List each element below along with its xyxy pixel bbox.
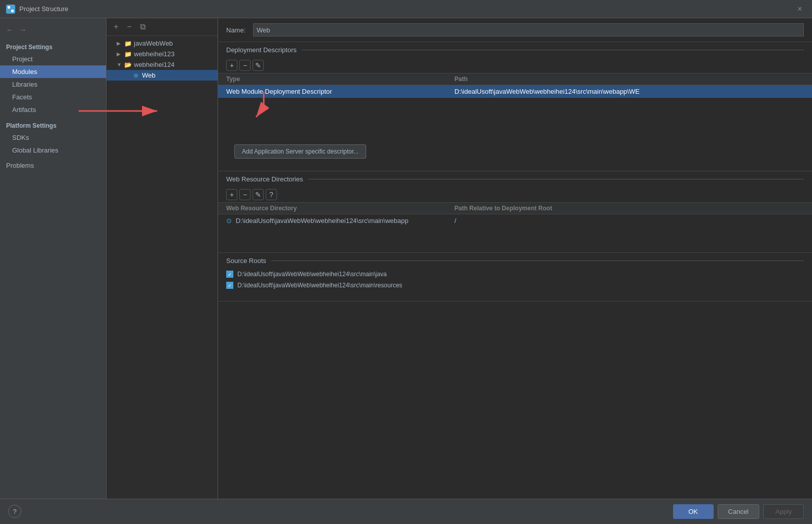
folder-icon: 📁 (124, 40, 132, 47)
tree-item-webheihei124[interactable]: ▼ 📂 webheihei124 (107, 59, 218, 70)
svg-rect-2 (8, 10, 10, 12)
checkmark: ✓ (228, 283, 232, 288)
back-button[interactable]: ← (4, 24, 15, 35)
sidebar-item-modules[interactable]: Modules (0, 65, 106, 78)
module-tree-panel: + − ⧉ ▶ 📁 javaWebWeb ▶ 📁 webheihei123 ▼ … (107, 18, 218, 499)
expand-icon (125, 72, 130, 78)
tree-toolbar: + − ⧉ (107, 18, 218, 36)
svg-rect-3 (11, 10, 14, 12)
apply-button[interactable]: Apply (763, 504, 804, 519)
web-resource-help-button[interactable]: ? (266, 189, 277, 200)
web-resource-remove-button[interactable]: − (239, 189, 251, 200)
deployment-path-cell: D:\idealUsoft\javaWebWeb\webheihei124\sr… (454, 88, 804, 95)
web-resource-table-row[interactable]: ⊙ D:\idealUsoft\javaWebWeb\webheihei124\… (218, 214, 812, 227)
web-resource-relative-path-cell: / (454, 217, 804, 224)
deployment-table-header: Type Path (218, 73, 812, 85)
tree-item-webheihei123[interactable]: ▶ 📁 webheihei123 (107, 49, 218, 59)
sidebar-item-artifacts[interactable]: Artifacts (0, 103, 106, 116)
deployment-add-button[interactable]: + (226, 60, 237, 71)
deployment-remove-button[interactable]: − (239, 60, 251, 71)
tree-copy-button[interactable]: ⧉ (137, 21, 148, 32)
ok-button[interactable]: OK (673, 504, 714, 519)
deployment-edit-button[interactable]: ✎ (253, 60, 264, 71)
deployment-descriptors-header: Deployment Descriptors (218, 42, 812, 58)
header-line (271, 260, 804, 261)
sidebar: ← → Project Settings Project Modules Lib… (0, 18, 107, 499)
nav-buttons: ← → (0, 22, 106, 40)
expand-icon: ▶ (117, 51, 122, 57)
project-settings-title: Project Settings (0, 40, 106, 53)
sidebar-item-global-libraries[interactable]: Global Libraries (0, 144, 106, 157)
source-roots-section: Source Roots ✓ D:\idealUsoft\javaWebWeb\… (218, 253, 812, 302)
name-label: Name: (226, 26, 249, 34)
folder-icon: 📁 (124, 51, 132, 58)
sidebar-item-project[interactable]: Project (0, 53, 106, 65)
web-dir-icon: ⊙ (226, 217, 232, 224)
web-resource-dir-cell: ⊙ D:\idealUsoft\javaWebWeb\webheihei124\… (226, 217, 454, 224)
bottom-bar: OK Cancel Apply ? (0, 499, 812, 524)
app-icon (6, 5, 15, 14)
title-bar: Project Structure × (0, 0, 812, 18)
svg-rect-1 (11, 6, 14, 9)
web-resource-edit-button[interactable]: ✎ (253, 189, 264, 200)
path-relative-header: Path Relative to Deployment Root (454, 205, 804, 212)
header-line (302, 50, 804, 50)
checkbox-java[interactable]: ✓ (226, 271, 233, 278)
tree-content: ▶ 📁 javaWebWeb ▶ 📁 webheihei123 ▼ 📂 webh… (107, 36, 218, 499)
path-header: Path (454, 76, 804, 83)
type-header: Type (226, 76, 454, 83)
checkmark: ✓ (228, 272, 232, 277)
checkbox-resources[interactable]: ✓ (226, 282, 233, 289)
source-root-checkbox-1[interactable]: ✓ D:\idealUsoft\javaWebWeb\webheihei124\… (218, 280, 812, 291)
window-title: Project Structure (19, 5, 68, 13)
expand-icon: ▼ (117, 62, 122, 67)
cancel-button[interactable]: Cancel (718, 504, 759, 519)
web-resource-dir-header: Web Resource Directory (226, 205, 454, 212)
name-input[interactable] (253, 23, 804, 36)
web-resource-table-header: Web Resource Directory Path Relative to … (218, 203, 812, 214)
forward-button[interactable]: → (17, 24, 28, 35)
tree-item-javawebweb[interactable]: ▶ 📁 javaWebWeb (107, 38, 218, 49)
platform-settings-title: Platform Settings (0, 116, 106, 131)
web-resource-toolbar: + − ✎ ? (218, 187, 812, 203)
tree-remove-button[interactable]: − (124, 21, 135, 32)
web-resource-section: Web Resource Directories + − ✎ ? Web Res… (218, 171, 812, 253)
tree-add-button[interactable]: + (111, 21, 122, 32)
sections-container: Deployment Descriptors + − ✎ Type Path W… (218, 42, 812, 499)
folder-open-icon: 📂 (124, 61, 132, 68)
source-root-checkbox-0[interactable]: ✓ D:\idealUsoft\javaWebWeb\webheihei124\… (218, 269, 812, 280)
web-module-icon: ⊕ (132, 72, 140, 79)
source-roots-header: Source Roots (218, 253, 812, 269)
deployment-table-row[interactable]: Web Module Deployment Descriptor D:\idea… (218, 85, 812, 98)
header-line (308, 179, 804, 179)
add-descriptor-button[interactable]: Add Application Server specific descript… (234, 144, 366, 159)
web-resource-add-button[interactable]: + (226, 189, 237, 200)
deployment-toolbar: + − ✎ (218, 58, 812, 73)
deployment-type-cell: Web Module Deployment Descriptor (226, 88, 454, 95)
expand-icon: ▶ (117, 41, 122, 46)
sidebar-item-libraries[interactable]: Libraries (0, 78, 106, 91)
deployment-descriptors-section: Deployment Descriptors + − ✎ Type Path W… (218, 42, 812, 171)
tree-item-web[interactable]: ⊕ Web (107, 70, 218, 81)
help-button[interactable]: ? (8, 505, 21, 518)
source-root-resources-label: D:\idealUsoft\javaWebWeb\webheihei124\sr… (237, 282, 402, 289)
sidebar-item-sdks[interactable]: SDKs (0, 131, 106, 144)
source-root-java-label: D:\idealUsoft\javaWebWeb\webheihei124\sr… (237, 271, 386, 278)
close-button[interactable]: × (794, 3, 806, 15)
sidebar-item-problems[interactable]: Problems (0, 157, 106, 171)
web-resource-header: Web Resource Directories (218, 171, 812, 187)
sidebar-item-facets[interactable]: Facets (0, 91, 106, 103)
name-row: Name: (218, 18, 812, 42)
svg-rect-0 (8, 6, 10, 9)
main-panel: Name: Deployment Descriptors + − ✎ Type … (218, 18, 812, 499)
